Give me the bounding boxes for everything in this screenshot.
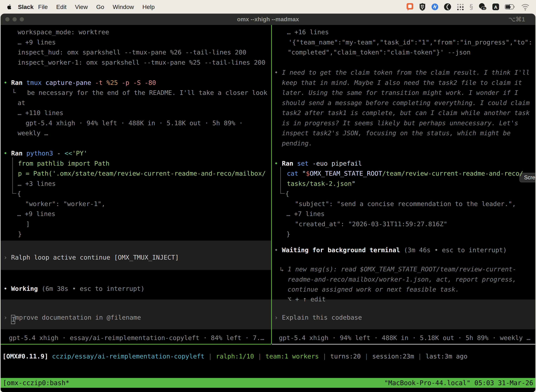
terminal-line: continue assigned work or next feasible … <box>288 284 459 294</box>
shield-icon[interactable] <box>419 3 426 11</box>
terminal-line: tasks/task-2.json" <box>287 179 355 189</box>
terminal-line: workspace_mode: worktree <box>18 27 109 37</box>
terminal-text: | <box>208 353 216 360</box>
terminal-line: cat "$OMX_TEAM_STATE_ROOT/team/review-cu… <box>287 168 523 178</box>
terminal-text: -t <box>95 79 106 86</box>
terminal-text: I need to get the claim token from the c… <box>282 69 530 76</box>
terminal-text: Ran <box>11 150 26 157</box>
terminal-line: └ be necessary for the end of the README… <box>12 88 267 98</box>
terminal-text: " <box>302 170 306 177</box>
terminal-line: at <box>18 98 25 108</box>
window-titlebar[interactable]: omx --xhigh --madmax ⌥⌘1 <box>1 14 535 25</box>
terminal-text: … +9 lines <box>17 210 55 217</box>
terminal-text: pending. <box>282 140 312 147</box>
terminal-line: … +9 lines <box>17 209 55 219</box>
terminal-text: • <box>4 150 11 157</box>
terminal-text: last:3m ago <box>426 353 467 360</box>
pane-separator-left <box>1 344 271 345</box>
terminal-text: Ran <box>11 79 26 86</box>
badge-61-icon[interactable]: ..61 <box>478 3 487 11</box>
zoom-button[interactable] <box>20 17 24 21</box>
tmux-status-bar: [omx-cczip0:bash* "MacBook-Pro-44.local"… <box>1 378 535 388</box>
terminal-line: is in progress? It seems likely but perh… <box>282 118 518 128</box>
terminal-line: "worker": "worker-1", <box>25 199 105 209</box>
terminal-line: gpt-5.4 xhigh · 94% left · 488K in · 5.1… <box>279 333 530 343</box>
keyboard-a-label: A <box>494 5 498 10</box>
terminal-text: p = Path('.omx/state/team/review-current… <box>18 170 266 177</box>
menu-item-go[interactable]: Go <box>96 4 104 10</box>
terminal-line: from pathlib import Path <box>18 159 109 168</box>
crescent-icon[interactable] <box>444 3 451 11</box>
terminal-line: inspect_hud: omx sparkshell --tmux-pane … <box>18 47 246 57</box>
terminal-content: workspace_mode: worktree… +9 linesinspec… <box>1 25 535 392</box>
terminal-line: [OMX#0.11.9] cczip/essay/ai-reimplementa… <box>2 351 467 361</box>
terminal-text: from pathlib import Path <box>18 160 109 167</box>
pane-right[interactable]: Scre … +16 lines'{"team_name":"my-team",… <box>272 25 535 344</box>
close-button[interactable] <box>5 17 10 21</box>
sync-blue-icon[interactable] <box>431 3 439 11</box>
terminal-text: python3 <box>26 150 57 157</box>
terminal-text: • <box>4 79 11 86</box>
terminal-line: "subject": "send a concise recommendatio… <box>295 199 516 209</box>
terminal-text: › <box>274 314 282 321</box>
terminal-text: { <box>285 190 289 197</box>
squiggle-icon[interactable]: § <box>469 3 473 11</box>
terminal-line: "created_at": "2026-03-31T11:59:27.816Z" <box>295 219 447 229</box>
terminal-text: | <box>323 353 330 360</box>
menu-item-file[interactable]: File <box>38 4 48 10</box>
window-shortcut-hint: ⌥⌘1 <box>508 14 525 25</box>
terminal-text: … +16 lines <box>287 28 329 36</box>
terminal-line: inspect_worker-1: omx sparkshell --tmux-… <box>18 57 265 67</box>
terminal-text: • <box>274 246 282 254</box>
dots-grid-icon[interactable] <box>456 3 464 11</box>
terminal-line: ↳ 1 new msg(s): read $OMX_TEAM_STATE_ROO… <box>280 264 516 274</box>
terminal-line: should send a message before completing … <box>282 98 530 108</box>
terminal-line: ⌥ + ↑ edit <box>288 294 326 304</box>
terminal-line: • Working (6m 38s • esc to interrupt) <box>4 284 144 294</box>
terminal-text: Working <box>11 285 42 292</box>
terminal-line: › Explain this codebase <box>274 313 362 322</box>
terminal-text: gpt-5.4 xhigh · 94% left · 488K in · 5.1… <box>26 119 243 127</box>
minimize-button[interactable] <box>13 17 17 21</box>
terminal-text: team:1 workers <box>266 353 323 360</box>
terminal-text: inspect_hud: omx sparkshell --tmux-pane … <box>18 49 246 56</box>
terminal-line: } <box>18 229 22 239</box>
terminal-line: readme-and-reco/mailbox/worker-1.json, a… <box>288 274 516 284</box>
menu-item-edit[interactable]: Edit <box>56 4 67 10</box>
terminal-text: OMX_TEAM_STATE_ROOT <box>310 170 382 177</box>
keyboard-a-icon[interactable]: A <box>492 3 499 11</box>
menu-item-window[interactable]: Window <box>113 4 134 10</box>
pane-left[interactable]: workspace_mode: worktree… +9 linesinspec… <box>1 25 271 344</box>
wifi-icon[interactable] <box>521 3 530 11</box>
terminal-text: "worker": "worker-1", <box>25 200 105 207</box>
terminal-line: • Waiting for background terminal (3m 46… <box>274 245 507 255</box>
terminal-line: { <box>17 189 21 199</box>
menu-item-help[interactable]: Help <box>143 4 155 10</box>
menu-status-icons: § ..61 A <box>406 3 530 11</box>
apple-logo-icon[interactable] <box>6 3 12 10</box>
chat-icon[interactable] <box>406 3 414 11</box>
text-cursor: I <box>11 315 15 324</box>
terminal-line: } <box>287 229 290 239</box>
menu-left: Slack FileEditViewGoWindowHelp <box>6 3 163 10</box>
terminal-text: • <box>4 285 11 292</box>
terminal-line: '{"team_name":"my-team","task_id":"1","f… <box>288 37 532 47</box>
terminal-line: • Ran tmux capture-pane -t %25 -p -S -80 <box>4 78 156 88</box>
terminal-text: (3m 46s • esc to interrupt) <box>404 246 507 254</box>
terminal-text: set <box>297 160 312 167</box>
active-app-menu[interactable]: Slack <box>18 4 34 10</box>
terminal-text: << <box>65 150 72 157</box>
terminal-line: … +3 lines <box>18 179 56 189</box>
terminal-text: "created_at": "2026-03-31T11:59:27.816Z" <box>295 220 447 228</box>
terminal-text: • <box>274 160 282 167</box>
terminal-text: Ran <box>282 160 297 167</box>
terminal-text: Waiting for background terminal <box>282 246 404 254</box>
terminal-text: tasks/task-2.json <box>287 180 352 187</box>
terminal-text: • <box>274 69 282 76</box>
battery-charging-icon[interactable] <box>505 3 516 11</box>
terminal-line: inspect task2's JSON, focusing on the st… <box>282 128 511 138</box>
terminal-line: keep that in mind. Maybe I also need the… <box>282 78 522 88</box>
pane-divider[interactable] <box>271 25 272 344</box>
menu-item-view[interactable]: View <box>75 4 88 10</box>
terminal-text: [OMX#0.11.9] <box>2 353 52 360</box>
